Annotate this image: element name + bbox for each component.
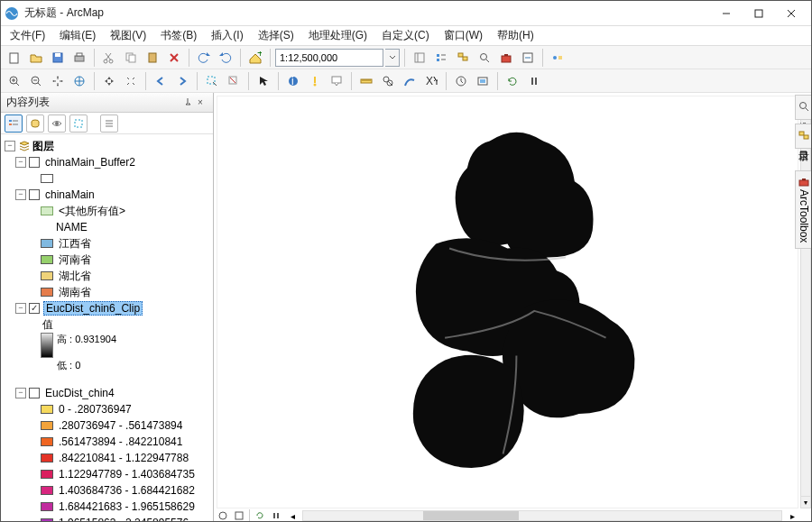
create-viewer-button[interactable] — [473, 71, 493, 91]
model-builder-button[interactable] — [548, 48, 567, 68]
fixed-zoom-in-button[interactable] — [99, 71, 119, 91]
toc-list-by-selection[interactable] — [69, 114, 88, 133]
time-slider-button[interactable] — [451, 71, 471, 91]
dock-tab-search[interactable]: 搜索 — [795, 95, 811, 120]
menu-geoprocessing[interactable]: 地理处理(G) — [303, 26, 373, 45]
dock-tab-catalog[interactable]: 目录 — [795, 124, 811, 149]
clear-selection-button[interactable] — [224, 71, 244, 91]
layout-view-button[interactable] — [233, 509, 245, 522]
identify-button[interactable]: i — [283, 71, 303, 91]
scroll-down-icon[interactable]: ▾ — [800, 496, 811, 508]
menu-edit[interactable]: 编辑(E) — [54, 26, 101, 45]
pause-drawing-button[interactable] — [524, 71, 544, 91]
class-row[interactable]: 0 - .280736947 — [3, 401, 211, 417]
menu-bookmark[interactable]: 书签(B) — [155, 26, 202, 45]
class-row[interactable]: .561473894 - .842210841 — [3, 434, 211, 450]
scroll-right-icon[interactable]: ▸ — [786, 509, 798, 522]
full-extent-button[interactable] — [69, 71, 89, 91]
class-row[interactable]: 1.122947789 - 1.403684735 — [3, 466, 211, 482]
zoom-out-button[interactable] — [26, 71, 46, 91]
menu-customize[interactable]: 自定义(C) — [376, 26, 435, 45]
layer-checkbox[interactable] — [29, 189, 40, 200]
html-popup-button[interactable] — [327, 71, 346, 91]
print-button[interactable] — [69, 48, 89, 68]
class-row[interactable]: 1.684421683 - 1.965158629 — [3, 499, 211, 515]
layer-checkbox[interactable] — [29, 303, 40, 314]
expand-icon[interactable]: − — [15, 388, 26, 398]
tree-root[interactable]: − 图层 — [3, 138, 211, 154]
layer-checkbox[interactable] — [29, 388, 40, 398]
other-values-row[interactable]: <其他所有值> — [3, 203, 211, 219]
toolbox-button[interactable] — [496, 48, 516, 68]
hyperlink-button[interactable] — [305, 71, 325, 91]
catalog-button[interactable] — [453, 48, 473, 68]
refresh-button[interactable] — [503, 71, 522, 91]
class-row[interactable]: .280736947 - .561473894 — [3, 417, 211, 434]
add-data-button[interactable]: + — [245, 48, 265, 68]
layer-eucdist-clip[interactable]: − EucDist_chin6_Clip — [3, 300, 211, 316]
zoom-in-button[interactable] — [5, 71, 24, 91]
refresh-view-button[interactable] — [254, 509, 266, 522]
layer-symbol[interactable] — [3, 170, 211, 187]
data-view-button[interactable] — [217, 509, 229, 522]
measure-button[interactable] — [356, 71, 376, 91]
class-row[interactable]: 湖南省 — [3, 284, 211, 300]
toc-list-by-source[interactable] — [26, 114, 44, 133]
minimize-button[interactable] — [710, 2, 743, 25]
editor-toolbar-button[interactable] — [410, 48, 429, 68]
toc-list-by-visibility[interactable] — [48, 114, 66, 133]
scale-input[interactable] — [275, 49, 383, 67]
map-canvas[interactable] — [217, 96, 798, 508]
toc-options[interactable] — [100, 114, 118, 133]
menu-file[interactable]: 文件(F) — [5, 26, 51, 45]
expand-icon[interactable]: − — [15, 303, 26, 314]
redo-button[interactable] — [216, 48, 235, 68]
find-route-button[interactable] — [400, 71, 420, 91]
paste-button[interactable] — [143, 48, 162, 68]
select-elements-button[interactable] — [254, 71, 273, 91]
copy-button[interactable] — [121, 48, 141, 68]
menu-insert[interactable]: 插入(I) — [206, 26, 248, 45]
layer-chinamain[interactable]: − chinaMain — [3, 187, 211, 203]
pan-button[interactable] — [48, 71, 68, 91]
select-features-button[interactable] — [202, 71, 222, 91]
open-button[interactable] — [26, 48, 46, 68]
class-row[interactable]: 江西省 — [3, 235, 211, 252]
class-row[interactable]: 湖北省 — [3, 268, 211, 284]
expand-icon[interactable]: − — [15, 189, 26, 200]
menu-select[interactable]: 选择(S) — [253, 26, 300, 45]
class-row[interactable]: 河南省 — [3, 252, 211, 268]
find-button[interactable] — [378, 71, 398, 91]
pause-view-button[interactable] — [270, 509, 282, 522]
new-button[interactable] — [5, 48, 24, 68]
layer-eucdist4[interactable]: − EucDist_chin4 — [3, 385, 211, 401]
search-button[interactable] — [475, 48, 494, 68]
menu-view[interactable]: 视图(V) — [105, 26, 152, 45]
menu-help[interactable]: 帮助(H) — [492, 26, 540, 45]
cut-button[interactable] — [99, 48, 119, 68]
menu-window[interactable]: 窗口(W) — [438, 26, 488, 45]
scale-dropdown[interactable] — [385, 49, 400, 67]
close-button[interactable] — [775, 2, 807, 25]
fixed-zoom-out-button[interactable] — [121, 71, 141, 91]
maximize-button[interactable] — [743, 2, 775, 25]
class-row[interactable]: 1.403684736 - 1.684421682 — [3, 482, 211, 499]
go-to-xy-button[interactable]: XY — [421, 71, 441, 91]
back-extent-button[interactable] — [151, 71, 171, 91]
delete-button[interactable] — [164, 48, 184, 68]
toc-list-by-drawing-order[interactable] — [5, 114, 23, 133]
dock-tab-toolbox[interactable]: ArcToolbox — [795, 170, 811, 249]
expand-icon[interactable]: − — [15, 157, 26, 168]
layer-tree[interactable]: − 图层 − chinaMain_Buffer2 − chinaMain — [1, 134, 213, 522]
toc-close-icon[interactable]: × — [195, 97, 206, 108]
scroll-left-icon[interactable]: ◂ — [286, 509, 299, 522]
toc-pin-icon[interactable] — [182, 97, 193, 108]
layer-checkbox[interactable] — [29, 157, 40, 168]
expand-icon[interactable]: − — [5, 141, 15, 151]
undo-button[interactable] — [194, 48, 214, 68]
class-row[interactable]: .842210841 - 1.122947788 — [3, 450, 211, 466]
class-row[interactable]: 1.96515863 - 2.245895576 — [3, 515, 211, 522]
horizontal-scrollbar[interactable] — [302, 510, 782, 521]
save-button[interactable] — [48, 48, 68, 68]
map-view[interactable]: ▴ ▾ ◂ ▸ — [214, 93, 811, 522]
